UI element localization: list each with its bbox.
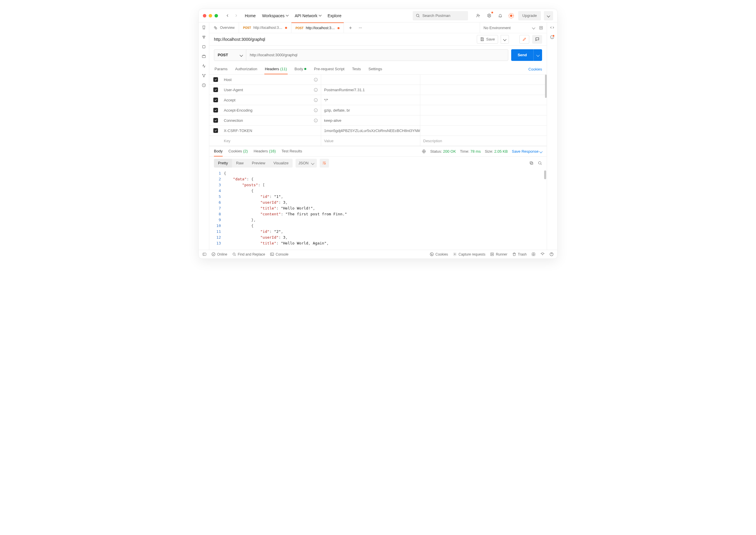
environment-selector[interactable]: No Environment [480, 22, 547, 33]
tab-request-2[interactable]: POST http://localhost:3000/ [292, 22, 344, 33]
info-icon[interactable] [314, 118, 318, 123]
header-checkbox[interactable] [213, 87, 218, 92]
network-icon[interactable] [422, 149, 426, 154]
status-cookies[interactable]: Cookies [430, 252, 448, 256]
tab-request-1[interactable]: POST http://localhost:3000/ [239, 22, 292, 33]
history-icon[interactable] [202, 83, 206, 87]
header-checkbox[interactable] [213, 108, 218, 112]
header-input-row[interactable]: Key Value Description [209, 136, 547, 146]
status-help[interactable] [540, 252, 545, 256]
new-tab-button[interactable] [346, 24, 354, 32]
status-online[interactable]: Online [211, 252, 227, 256]
info-icon[interactable] [314, 108, 318, 112]
resp-tab-headers[interactable]: Headers (16) [254, 146, 276, 156]
code-scrollbar[interactable] [544, 170, 546, 179]
save-response-button[interactable]: Save Response [512, 149, 542, 154]
pencil-icon [522, 37, 527, 42]
status-question[interactable] [549, 252, 554, 256]
header-row[interactable]: X-CSRF-TOKEN1msn5gdj4PBZSYZLoLur5sXzCbRn… [209, 126, 547, 136]
status-runner[interactable]: Runner [490, 252, 507, 256]
flows-icon[interactable] [202, 73, 206, 78]
header-checkbox[interactable] [213, 128, 218, 133]
close-window[interactable] [203, 14, 206, 17]
send-button[interactable]: Send [511, 49, 542, 61]
back-button[interactable] [223, 12, 231, 20]
environments-icon[interactable] [202, 54, 206, 59]
svg-point-6 [204, 36, 205, 37]
environment-quicklook-icon[interactable] [539, 26, 543, 30]
save-button[interactable]: Save [477, 35, 498, 44]
method-selector[interactable]: POST [214, 49, 246, 61]
subtab-authorization[interactable]: Authorization [235, 64, 258, 74]
code-panel-icon[interactable] [550, 25, 554, 30]
subtab-body[interactable]: Body [294, 64, 307, 74]
resp-tab-testresults[interactable]: Test Results [282, 146, 302, 156]
settings-icon[interactable] [485, 12, 493, 20]
menu-explore[interactable]: Explore [327, 14, 341, 18]
tab-overview[interactable]: Overview [209, 22, 239, 33]
tab-options-button[interactable] [356, 24, 364, 32]
format-selector[interactable]: JSON [295, 159, 317, 168]
save-options-button[interactable] [501, 35, 509, 44]
scratchpad-icon[interactable] [202, 25, 206, 30]
header-row[interactable]: Accept-Encodinggzip, deflate, br [209, 105, 547, 115]
status-console[interactable]: Console [270, 252, 289, 256]
info-icon[interactable] [314, 88, 318, 92]
info-icon[interactable] [314, 77, 318, 82]
header-row[interactable]: User-AgentPostmanRuntime/7.31.1 [209, 85, 547, 95]
panel-toggle[interactable] [202, 252, 207, 256]
maximize-window[interactable] [214, 14, 218, 17]
subtab-prerequest[interactable]: Pre-request Script [313, 64, 345, 74]
edit-button[interactable] [519, 35, 529, 44]
status-find-replace[interactable]: Find and Replace [232, 252, 265, 256]
invite-icon[interactable] [474, 12, 482, 20]
header-checkbox[interactable] [213, 118, 218, 123]
view-preview[interactable]: Preview [248, 159, 269, 168]
notifications-icon[interactable] [496, 12, 504, 20]
subtab-settings[interactable]: Settings [368, 64, 383, 74]
view-visualize[interactable]: Visualize [269, 159, 293, 168]
header-checkbox[interactable] [213, 77, 218, 82]
copy-response-button[interactable] [529, 161, 534, 165]
comment-button[interactable] [532, 35, 542, 44]
global-search[interactable]: Search Postman [413, 11, 468, 20]
header-key: Accept-Encoding [224, 108, 252, 112]
subtab-params[interactable]: Params [214, 64, 228, 74]
apis-icon[interactable] [202, 44, 206, 49]
send-options[interactable] [533, 49, 542, 61]
table-scrollbar[interactable] [545, 74, 547, 98]
upgrade-button[interactable]: Upgrade [518, 11, 541, 20]
status-layout[interactable] [531, 252, 536, 256]
menu-home[interactable]: Home [245, 14, 256, 18]
subtab-headers[interactable]: Headers (11) [264, 64, 288, 74]
minimize-window[interactable] [209, 14, 212, 17]
header-row[interactable]: Connectionkeep-alive [209, 115, 547, 126]
response-body-code[interactable]: 12345678910111213 { "data": { "posts": [… [209, 169, 547, 250]
status-trash[interactable]: Trash [512, 252, 527, 256]
header-checkbox[interactable] [213, 98, 218, 102]
avatar[interactable] [507, 12, 515, 20]
app-window: Home Workspaces API Network Explore Sear… [199, 9, 557, 259]
menu-api-network[interactable]: API Network [294, 14, 321, 18]
header-row[interactable]: Accept*/* [209, 95, 547, 105]
svg-rect-31 [203, 253, 206, 256]
info-panel-icon[interactable] [550, 35, 554, 39]
subtab-tests[interactable]: Tests [351, 64, 361, 74]
status-capture[interactable]: Capture requests [453, 252, 485, 256]
collections-icon[interactable] [202, 35, 206, 39]
svg-point-0 [416, 14, 419, 17]
view-raw[interactable]: Raw [232, 159, 248, 168]
info-icon[interactable] [314, 98, 318, 102]
resp-tab-cookies[interactable]: Cookies (2) [229, 146, 248, 156]
search-response-button[interactable] [538, 161, 542, 165]
cookies-link[interactable]: Cookies [528, 67, 542, 71]
upgrade-caret[interactable] [544, 11, 553, 20]
forward-button[interactable] [232, 12, 240, 20]
wrap-lines-button[interactable] [320, 159, 329, 168]
resp-tab-body[interactable]: Body [214, 146, 223, 156]
header-row[interactable]: Host [209, 74, 547, 85]
menu-workspaces[interactable]: Workspaces [262, 14, 288, 18]
view-pretty[interactable]: Pretty [214, 159, 232, 168]
url-input[interactable]: http://localhost:3000/graphql [246, 49, 508, 61]
monitors-icon[interactable] [202, 64, 206, 68]
